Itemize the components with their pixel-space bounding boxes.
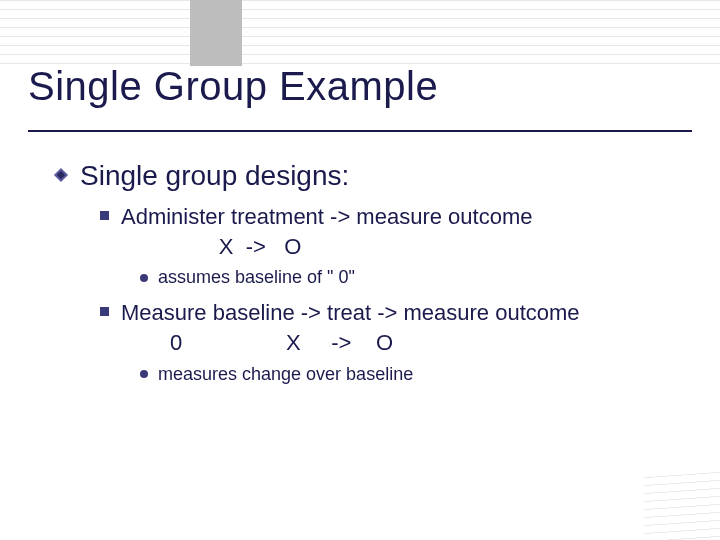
line-2: 0 X -> O	[121, 328, 580, 358]
bullet-text: assumes baseline of " 0"	[158, 267, 355, 288]
bullet-level2: Administer treatment -> measure outcome …	[100, 202, 676, 261]
header-ruling	[0, 0, 720, 66]
dot-icon	[140, 370, 148, 378]
slide: Single Group Example Single group design…	[0, 0, 720, 540]
corner-ruling	[640, 470, 720, 540]
bullet-level3: assumes baseline of " 0"	[140, 267, 676, 288]
bullet-level2: Measure baseline -> treat -> measure out…	[100, 298, 676, 357]
line-1: Measure baseline -> treat -> measure out…	[121, 300, 580, 325]
dot-icon	[140, 274, 148, 282]
bullet-text: Measure baseline -> treat -> measure out…	[121, 298, 580, 357]
line-2: X -> O	[121, 232, 532, 262]
slide-body: Single group designs: Administer treatme…	[52, 160, 676, 393]
slide-title: Single Group Example	[28, 64, 438, 109]
square-icon	[100, 211, 109, 220]
diamond-icon	[52, 166, 70, 188]
bullet-text: measures change over baseline	[158, 364, 413, 385]
bullet-level3: measures change over baseline	[140, 364, 676, 385]
header-shadow	[190, 0, 242, 66]
square-icon	[100, 307, 109, 316]
bullet-text: Single group designs:	[80, 160, 349, 192]
line-1: Administer treatment -> measure outcome	[121, 204, 532, 229]
bullet-text: Administer treatment -> measure outcome …	[121, 202, 532, 261]
title-underline	[28, 130, 692, 132]
bullet-level1: Single group designs:	[52, 160, 676, 192]
